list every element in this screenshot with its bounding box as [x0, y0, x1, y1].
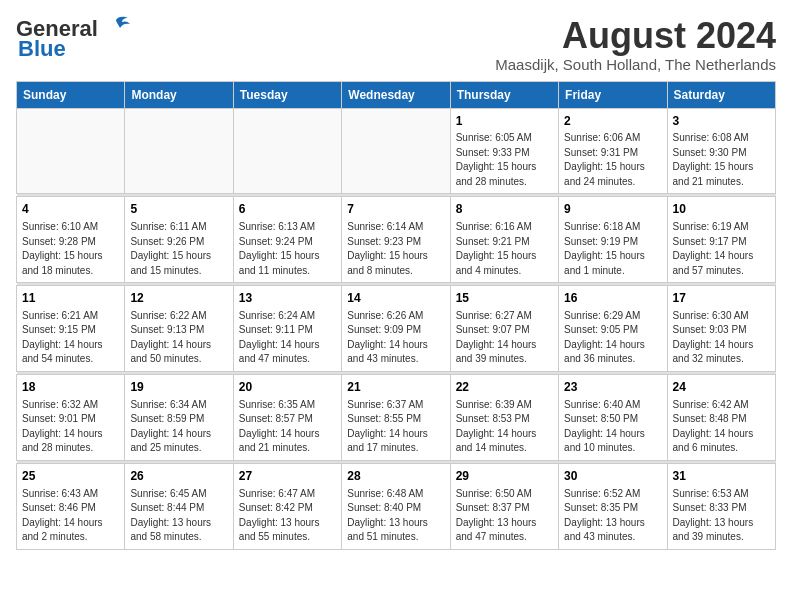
calendar-cell: 12Sunrise: 6:22 AM Sunset: 9:13 PM Dayli…	[125, 286, 233, 372]
calendar-cell	[342, 108, 450, 194]
calendar-cell: 2Sunrise: 6:06 AM Sunset: 9:31 PM Daylig…	[559, 108, 667, 194]
calendar-cell: 23Sunrise: 6:40 AM Sunset: 8:50 PM Dayli…	[559, 374, 667, 460]
calendar-week-row: 4Sunrise: 6:10 AM Sunset: 9:28 PM Daylig…	[17, 197, 776, 283]
month-title: August 2024	[495, 16, 776, 56]
logo: General Blue	[16, 16, 130, 62]
calendar-cell: 28Sunrise: 6:48 AM Sunset: 8:40 PM Dayli…	[342, 463, 450, 549]
weekday-header: Thursday	[450, 81, 558, 108]
day-number: 6	[239, 201, 336, 218]
calendar-cell	[125, 108, 233, 194]
day-info: Sunrise: 6:30 AM Sunset: 9:03 PM Dayligh…	[673, 309, 770, 367]
day-number: 18	[22, 379, 119, 396]
day-number: 7	[347, 201, 444, 218]
day-info: Sunrise: 6:45 AM Sunset: 8:44 PM Dayligh…	[130, 487, 227, 545]
day-number: 3	[673, 113, 770, 130]
page-header: General Blue August 2024 Maasdijk, South…	[16, 16, 776, 73]
day-number: 19	[130, 379, 227, 396]
weekday-header: Tuesday	[233, 81, 341, 108]
calendar-cell: 25Sunrise: 6:43 AM Sunset: 8:46 PM Dayli…	[17, 463, 125, 549]
day-number: 11	[22, 290, 119, 307]
day-info: Sunrise: 6:43 AM Sunset: 8:46 PM Dayligh…	[22, 487, 119, 545]
calendar-week-row: 11Sunrise: 6:21 AM Sunset: 9:15 PM Dayli…	[17, 286, 776, 372]
calendar-cell	[17, 108, 125, 194]
day-info: Sunrise: 6:26 AM Sunset: 9:09 PM Dayligh…	[347, 309, 444, 367]
day-info: Sunrise: 6:50 AM Sunset: 8:37 PM Dayligh…	[456, 487, 553, 545]
day-number: 25	[22, 468, 119, 485]
day-number: 1	[456, 113, 553, 130]
day-info: Sunrise: 6:52 AM Sunset: 8:35 PM Dayligh…	[564, 487, 661, 545]
calendar-cell: 8Sunrise: 6:16 AM Sunset: 9:21 PM Daylig…	[450, 197, 558, 283]
logo-bird-icon	[102, 16, 130, 38]
calendar-cell: 31Sunrise: 6:53 AM Sunset: 8:33 PM Dayli…	[667, 463, 775, 549]
title-block: August 2024 Maasdijk, South Holland, The…	[495, 16, 776, 73]
day-info: Sunrise: 6:13 AM Sunset: 9:24 PM Dayligh…	[239, 220, 336, 278]
calendar-cell: 22Sunrise: 6:39 AM Sunset: 8:53 PM Dayli…	[450, 374, 558, 460]
calendar-cell: 11Sunrise: 6:21 AM Sunset: 9:15 PM Dayli…	[17, 286, 125, 372]
calendar-week-row: 18Sunrise: 6:32 AM Sunset: 9:01 PM Dayli…	[17, 374, 776, 460]
day-info: Sunrise: 6:08 AM Sunset: 9:30 PM Dayligh…	[673, 131, 770, 189]
calendar-cell: 27Sunrise: 6:47 AM Sunset: 8:42 PM Dayli…	[233, 463, 341, 549]
day-number: 30	[564, 468, 661, 485]
day-info: Sunrise: 6:47 AM Sunset: 8:42 PM Dayligh…	[239, 487, 336, 545]
day-info: Sunrise: 6:34 AM Sunset: 8:59 PM Dayligh…	[130, 398, 227, 456]
day-number: 21	[347, 379, 444, 396]
day-info: Sunrise: 6:22 AM Sunset: 9:13 PM Dayligh…	[130, 309, 227, 367]
calendar-cell: 6Sunrise: 6:13 AM Sunset: 9:24 PM Daylig…	[233, 197, 341, 283]
day-info: Sunrise: 6:19 AM Sunset: 9:17 PM Dayligh…	[673, 220, 770, 278]
day-number: 2	[564, 113, 661, 130]
day-number: 9	[564, 201, 661, 218]
calendar-cell: 21Sunrise: 6:37 AM Sunset: 8:55 PM Dayli…	[342, 374, 450, 460]
day-info: Sunrise: 6:27 AM Sunset: 9:07 PM Dayligh…	[456, 309, 553, 367]
day-number: 4	[22, 201, 119, 218]
day-number: 14	[347, 290, 444, 307]
day-info: Sunrise: 6:53 AM Sunset: 8:33 PM Dayligh…	[673, 487, 770, 545]
day-info: Sunrise: 6:29 AM Sunset: 9:05 PM Dayligh…	[564, 309, 661, 367]
weekday-header: Saturday	[667, 81, 775, 108]
day-info: Sunrise: 6:11 AM Sunset: 9:26 PM Dayligh…	[130, 220, 227, 278]
weekday-header: Sunday	[17, 81, 125, 108]
calendar-week-row: 1Sunrise: 6:05 AM Sunset: 9:33 PM Daylig…	[17, 108, 776, 194]
calendar-cell: 7Sunrise: 6:14 AM Sunset: 9:23 PM Daylig…	[342, 197, 450, 283]
day-number: 12	[130, 290, 227, 307]
calendar-cell: 13Sunrise: 6:24 AM Sunset: 9:11 PM Dayli…	[233, 286, 341, 372]
calendar-cell: 5Sunrise: 6:11 AM Sunset: 9:26 PM Daylig…	[125, 197, 233, 283]
day-number: 5	[130, 201, 227, 218]
day-number: 31	[673, 468, 770, 485]
day-info: Sunrise: 6:40 AM Sunset: 8:50 PM Dayligh…	[564, 398, 661, 456]
day-number: 22	[456, 379, 553, 396]
day-number: 17	[673, 290, 770, 307]
calendar-cell: 16Sunrise: 6:29 AM Sunset: 9:05 PM Dayli…	[559, 286, 667, 372]
calendar-cell: 3Sunrise: 6:08 AM Sunset: 9:30 PM Daylig…	[667, 108, 775, 194]
calendar-cell: 19Sunrise: 6:34 AM Sunset: 8:59 PM Dayli…	[125, 374, 233, 460]
day-info: Sunrise: 6:18 AM Sunset: 9:19 PM Dayligh…	[564, 220, 661, 278]
weekday-header: Friday	[559, 81, 667, 108]
day-number: 28	[347, 468, 444, 485]
calendar-header-row: SundayMondayTuesdayWednesdayThursdayFrid…	[17, 81, 776, 108]
calendar-week-row: 25Sunrise: 6:43 AM Sunset: 8:46 PM Dayli…	[17, 463, 776, 549]
day-info: Sunrise: 6:24 AM Sunset: 9:11 PM Dayligh…	[239, 309, 336, 367]
day-number: 24	[673, 379, 770, 396]
day-number: 26	[130, 468, 227, 485]
day-info: Sunrise: 6:35 AM Sunset: 8:57 PM Dayligh…	[239, 398, 336, 456]
calendar-cell	[233, 108, 341, 194]
day-info: Sunrise: 6:48 AM Sunset: 8:40 PM Dayligh…	[347, 487, 444, 545]
calendar-cell: 30Sunrise: 6:52 AM Sunset: 8:35 PM Dayli…	[559, 463, 667, 549]
weekday-header: Wednesday	[342, 81, 450, 108]
day-info: Sunrise: 6:05 AM Sunset: 9:33 PM Dayligh…	[456, 131, 553, 189]
calendar-cell: 10Sunrise: 6:19 AM Sunset: 9:17 PM Dayli…	[667, 197, 775, 283]
calendar-cell: 18Sunrise: 6:32 AM Sunset: 9:01 PM Dayli…	[17, 374, 125, 460]
day-number: 23	[564, 379, 661, 396]
day-info: Sunrise: 6:39 AM Sunset: 8:53 PM Dayligh…	[456, 398, 553, 456]
logo-blue: Blue	[18, 36, 66, 62]
day-info: Sunrise: 6:32 AM Sunset: 9:01 PM Dayligh…	[22, 398, 119, 456]
day-number: 20	[239, 379, 336, 396]
calendar-cell: 15Sunrise: 6:27 AM Sunset: 9:07 PM Dayli…	[450, 286, 558, 372]
calendar-table: SundayMondayTuesdayWednesdayThursdayFrid…	[16, 81, 776, 550]
day-number: 16	[564, 290, 661, 307]
day-number: 15	[456, 290, 553, 307]
day-number: 27	[239, 468, 336, 485]
weekday-header: Monday	[125, 81, 233, 108]
calendar-cell: 26Sunrise: 6:45 AM Sunset: 8:44 PM Dayli…	[125, 463, 233, 549]
calendar-cell: 9Sunrise: 6:18 AM Sunset: 9:19 PM Daylig…	[559, 197, 667, 283]
day-info: Sunrise: 6:16 AM Sunset: 9:21 PM Dayligh…	[456, 220, 553, 278]
